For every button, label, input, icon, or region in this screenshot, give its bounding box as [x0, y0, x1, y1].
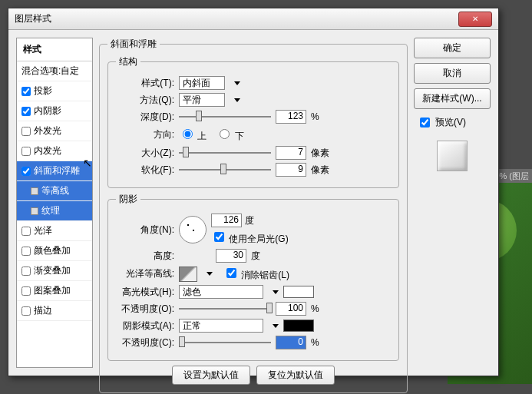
layer-style-dialog: 图层样式 ✕ 样式 混合选项:自定 投影 内阴影 外发光 内发光 斜面和浮雕 等… — [8, 8, 499, 376]
styles-list: 样式 混合选项:自定 投影 内阴影 外发光 内发光 斜面和浮雕 等高线 纹理 光… — [16, 38, 93, 368]
style-texture[interactable]: 纹理 — [17, 201, 92, 221]
new-style-button[interactable]: 新建样式(W)... — [414, 88, 491, 109]
size-input[interactable]: 7 — [276, 146, 306, 160]
inner-glow-check[interactable] — [21, 147, 31, 156]
altitude-input[interactable]: 30 — [216, 249, 246, 263]
preview-swatch — [437, 141, 468, 171]
style-label: 样式(T): — [116, 77, 174, 90]
depth-slider[interactable] — [179, 110, 271, 124]
highlight-color[interactable] — [283, 286, 314, 298]
styles-header: 样式 — [17, 38, 92, 61]
style-color-overlay[interactable]: 颜色叠加 — [17, 241, 92, 261]
titlebar: 图层样式 ✕ — [8, 8, 498, 30]
bevel-fieldset: 斜面和浮雕 结构 样式(T):内斜面 方法(Q):平滑 深度(D):123% 方… — [99, 38, 408, 393]
shadow-color[interactable] — [283, 320, 314, 332]
style-inner-glow[interactable]: 内发光 — [17, 141, 92, 161]
dialog-title: 图层样式 — [15, 12, 458, 25]
contour-icon — [31, 187, 38, 195]
shading-group: 阴影 角度(N): 126度 使用全局光(G) 高度:30度 光泽等高线: 消除… — [107, 193, 399, 361]
gloss-contour[interactable] — [179, 267, 197, 282]
style-drop-shadow[interactable]: 投影 — [17, 81, 92, 101]
technique-combo[interactable]: 平滑 — [179, 93, 225, 107]
bevel-legend: 斜面和浮雕 — [107, 38, 160, 51]
style-satin[interactable]: 光泽 — [17, 221, 92, 241]
texture-icon — [31, 207, 38, 215]
highlight-opacity-input[interactable]: 100 — [276, 302, 306, 316]
dialog-buttons: 确定 取消 新建样式(W)... 预览(V) — [414, 38, 491, 368]
direction-down[interactable]: 下 — [216, 127, 243, 143]
direction-up[interactable]: 上 — [179, 127, 207, 143]
drop-shadow-check[interactable] — [21, 87, 31, 96]
satin-check[interactable] — [21, 227, 31, 236]
chevron-down-icon[interactable] — [234, 98, 240, 102]
style-stroke[interactable]: 描边 — [17, 301, 92, 321]
reset-default-button[interactable]: 复位为默认值 — [256, 366, 335, 385]
style-gradient-overlay[interactable]: 渐变叠加 — [17, 261, 92, 281]
size-slider[interactable] — [179, 146, 271, 160]
style-contour[interactable]: 等高线 — [17, 181, 92, 201]
highlight-mode-combo[interactable]: 滤色 — [179, 285, 263, 299]
make-default-button[interactable]: 设置为默认值 — [172, 366, 250, 385]
style-inner-shadow[interactable]: 内阴影 — [17, 101, 92, 121]
color-overlay-check[interactable] — [21, 247, 31, 256]
chevron-down-icon[interactable] — [273, 290, 279, 294]
outer-glow-check[interactable] — [21, 127, 31, 136]
preview-check[interactable]: 预览(V) — [414, 114, 491, 131]
highlight-opacity-slider[interactable] — [179, 302, 271, 316]
style-pattern-overlay[interactable]: 图案叠加 — [17, 281, 92, 301]
blending-options[interactable]: 混合选项:自定 — [17, 61, 92, 81]
angle-widget[interactable] — [179, 216, 207, 243]
style-bevel-emboss[interactable]: 斜面和浮雕 — [17, 161, 92, 181]
ok-button[interactable]: 确定 — [414, 38, 491, 58]
cancel-button[interactable]: 取消 — [414, 63, 491, 84]
soften-input[interactable]: 9 — [276, 163, 306, 177]
depth-input[interactable]: 123 — [276, 110, 306, 124]
chevron-down-icon[interactable] — [273, 324, 279, 328]
shadow-opacity-slider[interactable] — [179, 336, 271, 349]
structure-group: 结构 样式(T):内斜面 方法(Q):平滑 深度(D):123% 方向: 上 下… — [107, 55, 399, 188]
soften-slider[interactable] — [179, 163, 271, 177]
style-combo[interactable]: 内斜面 — [179, 76, 225, 90]
antialias-check[interactable]: 消除锯齿(L) — [223, 266, 289, 282]
pattern-overlay-check[interactable] — [21, 286, 31, 296]
shadow-opacity-input[interactable]: 0 — [276, 336, 306, 349]
gradient-overlay-check[interactable] — [21, 267, 31, 276]
bevel-panel: 斜面和浮雕 结构 样式(T):内斜面 方法(Q):平滑 深度(D):123% 方… — [99, 38, 408, 368]
style-outer-glow[interactable]: 外发光 — [17, 121, 92, 141]
global-light-check[interactable]: 使用全局光(G) — [211, 230, 289, 246]
chevron-down-icon[interactable] — [234, 81, 240, 85]
chevron-down-icon[interactable] — [207, 272, 213, 276]
angle-input[interactable]: 126 — [211, 214, 242, 227]
bevel-check[interactable] — [21, 167, 31, 176]
close-button[interactable]: ✕ — [458, 12, 492, 27]
inner-shadow-check[interactable] — [21, 107, 31, 116]
shadow-mode-combo[interactable]: 正常 — [179, 319, 263, 333]
technique-label: 方法(Q): — [116, 94, 174, 107]
stroke-check[interactable] — [21, 306, 31, 316]
